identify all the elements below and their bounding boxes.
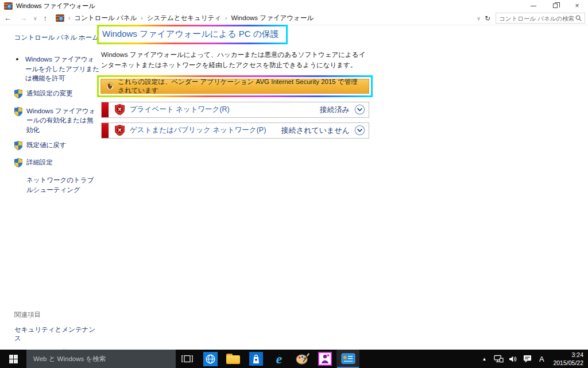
up-button[interactable]: ↑: [40, 14, 52, 22]
sidebar-item-label: 詳細設定: [26, 158, 53, 170]
minimize-icon: [531, 6, 536, 6]
banner-annotation-box: これらの設定は、ベンダー アプリケーション AVG Internet Secur…: [97, 75, 373, 97]
title-bar: Windows ファイアウォール ×: [0, 0, 588, 12]
taskbar-app-photo[interactable]: [314, 350, 336, 368]
tray-expand-icon[interactable]: ▲: [478, 356, 490, 362]
taskbar-app-store[interactable]: [245, 350, 268, 368]
taskbar-app-file-explorer[interactable]: [222, 350, 245, 368]
taskbar-app-paint[interactable]: [291, 350, 314, 368]
globe-tile-icon: [203, 352, 218, 366]
sidebar-item-label: Windows ファイアウォールを介したアプリまたは機能を許可: [25, 55, 99, 83]
firewall-breadcrumb-icon: [56, 14, 64, 22]
main-panel: Windows ファイアウォールによる PC の保護 Windows ファイアウ…: [101, 25, 388, 139]
restore-button[interactable]: [544, 0, 566, 12]
network-label: プライベート ネットワーク(R): [130, 105, 230, 114]
breadcrumb-control-panel[interactable]: コントロール パネル: [74, 14, 137, 22]
sidebar-item-label: Windows ファイアウォールの有効化または無効化: [26, 106, 99, 135]
alert-red-bar: [102, 102, 109, 117]
sidebar-item-advanced-settings[interactable]: 詳細設定: [14, 158, 99, 170]
volume-icon[interactable]: [506, 355, 519, 363]
system-tray: ▲ A 3:24 2015/05/22: [478, 350, 588, 368]
sidebar-item-control-panel-home[interactable]: コントロール パネル ホーム: [14, 33, 101, 42]
heading-annotation-box: Windows ファイアウォールによる PC の保護: [97, 25, 288, 44]
security-shield-icon: [106, 82, 114, 91]
back-button[interactable]: ←: [0, 14, 16, 22]
sidebar: コントロール パネル ホーム Windows ファイアウォールを介したアプリまた…: [0, 25, 101, 350]
breadcrumb-separator: ›: [67, 15, 72, 21]
uac-shield-icon: [14, 158, 22, 170]
sidebar-item-allow-apps[interactable]: Windows ファイアウォールを介したアプリまたは機能を許可: [14, 55, 99, 83]
uac-shield-icon: [14, 89, 22, 101]
firewall-app-icon: [4, 2, 13, 10]
taskbar-app-internet-explorer[interactable]: e: [268, 350, 291, 368]
related-items-header: 関連項目: [14, 310, 101, 319]
page-description: Windows ファイアウォールによって、ハッカーまたは悪意のあるソフトウェアに…: [101, 49, 372, 71]
control-panel-icon: [341, 353, 355, 365]
window-content: コントロール パネル ホーム Windows ファイアウォールを介したアプリまた…: [0, 25, 588, 350]
minimize-button[interactable]: [523, 0, 544, 12]
windows-logo-icon: [9, 355, 18, 363]
store-icon: [249, 352, 263, 366]
vendor-managed-banner: これらの設定は、ベンダー アプリケーション AVG Internet Secur…: [100, 79, 369, 94]
uac-shield-icon: [14, 106, 22, 135]
window-title: Windows ファイアウォール: [16, 2, 95, 10]
red-shield-x-icon: [115, 125, 125, 136]
search-icon: [575, 15, 582, 21]
address-dropdown[interactable]: ∨: [474, 16, 483, 21]
breadcrumb-separator: ›: [223, 15, 229, 21]
sidebar-item-troubleshoot-network[interactable]: ネットワークのトラブルシューティング: [14, 175, 99, 194]
search-input[interactable]: [499, 15, 575, 22]
paint-icon: [295, 352, 310, 365]
banner-text: これらの設定は、ベンダー アプリケーション AVG Internet Secur…: [118, 78, 363, 95]
private-network-row[interactable]: プライベート ネットワーク(R) 接続済み: [101, 102, 369, 118]
breadcrumb-separator: ›: [139, 15, 144, 21]
link-security-maintenance[interactable]: セキュリティとメンテナンス: [14, 325, 101, 343]
taskbar-search-placeholder: Web と Windows を検索: [33, 355, 106, 363]
close-button[interactable]: ×: [566, 0, 588, 12]
network-label: ゲストまたはパブリック ネットワーク(P): [130, 125, 266, 135]
task-view-icon: [181, 354, 193, 363]
clock-date: 2015/05/22: [553, 359, 583, 367]
start-button[interactable]: [0, 350, 26, 368]
page-title: Windows ファイアウォールによる PC の保護: [102, 29, 279, 40]
expand-chevron-button[interactable]: [354, 125, 365, 136]
taskbar: Web と Windows を検索 e: [0, 350, 588, 368]
control-panel-search[interactable]: [496, 13, 585, 24]
expand-chevron-button[interactable]: [354, 104, 365, 115]
sidebar-item-label: 通知設定の変更: [26, 89, 73, 101]
uac-shield-icon: [14, 140, 22, 153]
breadcrumb: › コントロール パネル › システムとセキュリティ › Windows ファイ…: [56, 14, 314, 22]
taskbar-search[interactable]: Web と Windows を検索: [26, 350, 176, 368]
task-view-button[interactable]: [176, 350, 199, 368]
taskbar-clock[interactable]: 3:24 2015/05/22: [553, 351, 583, 367]
network-status: 接続済み: [320, 105, 350, 115]
action-center-icon[interactable]: [521, 355, 533, 363]
guest-public-network-row[interactable]: ゲストまたはパブリック ネットワーク(P) 接続されていません: [101, 122, 369, 139]
red-shield-x-icon: [115, 104, 125, 115]
breadcrumb-system-security[interactable]: システムとセキュリティ: [147, 14, 221, 22]
sidebar-item-change-notification[interactable]: 通知設定の変更: [14, 89, 99, 101]
network-status: 接続されていません: [281, 125, 350, 136]
sidebar-item-label: ネットワークのトラブルシューティング: [26, 175, 99, 194]
navigation-bar: ← → ∨ ↑ › コントロール パネル › システムとセキュリティ › Win…: [0, 12, 588, 25]
bullet-icon: [16, 58, 18, 60]
photo-app-icon: [318, 352, 332, 366]
alert-red-bar: [102, 123, 109, 138]
clock-time: 3:24: [553, 351, 583, 359]
taskbar-app-globe[interactable]: [199, 350, 222, 368]
breadcrumb-windows-firewall[interactable]: Windows ファイアウォール: [231, 14, 314, 22]
sidebar-item-label: 既定値に戻す: [26, 140, 67, 153]
ime-mode-indicator[interactable]: A: [535, 355, 548, 363]
forward-button[interactable]: →: [16, 14, 31, 22]
taskbar-app-control-panel-active[interactable]: [336, 350, 359, 368]
history-dropdown[interactable]: ∨: [31, 16, 40, 21]
sidebar-item-turn-on-off[interactable]: Windows ファイアウォールの有効化または無効化: [14, 106, 99, 135]
restore-icon: [553, 3, 558, 8]
internet-explorer-icon: e: [276, 352, 283, 366]
network-icon[interactable]: [492, 355, 505, 363]
refresh-button[interactable]: ↻: [483, 14, 492, 22]
file-explorer-icon: [226, 354, 240, 364]
sidebar-item-restore-defaults[interactable]: 既定値に戻す: [14, 140, 99, 153]
